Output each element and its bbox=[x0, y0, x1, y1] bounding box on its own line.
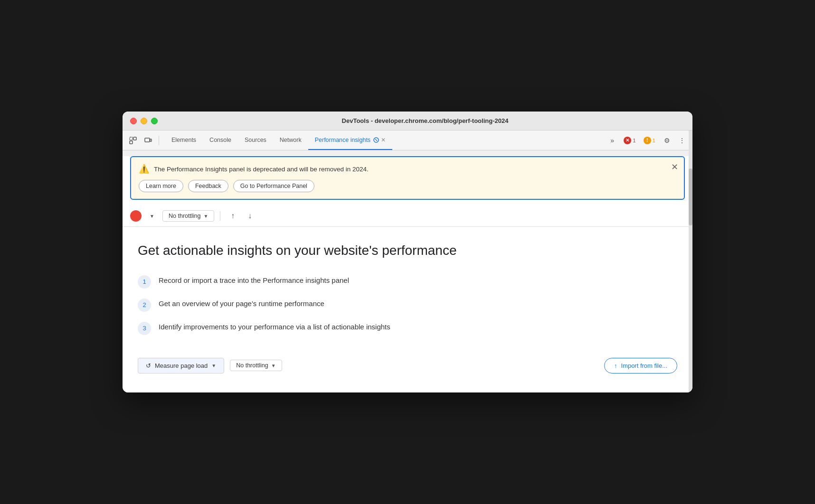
measure-chevron-icon: ▼ bbox=[211, 363, 216, 368]
svg-rect-1 bbox=[133, 137, 136, 140]
main-content: ⚠️ The Performance Insights panel is dep… bbox=[123, 156, 692, 392]
error-badge[interactable]: ✕ 1 bbox=[621, 136, 638, 145]
tab-list: Elements Console Sources Network Perform… bbox=[165, 131, 606, 150]
steps-list: 1 Record or import a trace into the Perf… bbox=[138, 275, 677, 335]
record-dropdown-chevron[interactable]: ▼ bbox=[145, 209, 159, 223]
devtools-body: Elements Console Sources Network Perform… bbox=[123, 131, 692, 392]
error-badge-icon: ✕ bbox=[624, 137, 631, 144]
warning-badge[interactable]: ! 1 bbox=[641, 136, 658, 145]
step-item-2: 2 Get an overview of your page's runtime… bbox=[138, 298, 677, 312]
step-number-3: 3 bbox=[138, 322, 151, 335]
tab-performance-insights[interactable]: Performance insights ✕ bbox=[308, 131, 392, 150]
banner-close-button[interactable]: ✕ bbox=[671, 162, 678, 172]
bottom-toolbar: ↺ Measure page load ▼ No throttling ▼ ↑ … bbox=[138, 358, 677, 373]
title-bar: DevTools - developer.chrome.com/blog/per… bbox=[123, 112, 692, 131]
record-button[interactable] bbox=[130, 210, 142, 222]
step-item-3: 3 Identify improvements to your performa… bbox=[138, 321, 677, 335]
device-toggle-icon[interactable] bbox=[142, 134, 155, 147]
minimize-traffic-light[interactable] bbox=[141, 118, 147, 124]
scrollbar[interactable] bbox=[689, 131, 692, 392]
svg-rect-2 bbox=[130, 141, 133, 144]
recording-toolbar: ▼ No throttling ▼ ↑ ↓ bbox=[123, 205, 692, 227]
banner-message: ⚠️ The Performance Insights panel is dep… bbox=[139, 164, 676, 174]
page-title: Get actionable insights on your website'… bbox=[138, 242, 677, 259]
more-tabs-icon[interactable]: » bbox=[606, 134, 619, 147]
tab-close-icon[interactable]: ✕ bbox=[381, 137, 386, 143]
tab-bar: Elements Console Sources Network Perform… bbox=[123, 131, 692, 150]
svg-rect-0 bbox=[130, 137, 133, 140]
toolbar-divider bbox=[220, 211, 220, 221]
inspector-icon[interactable] bbox=[126, 134, 140, 147]
feedback-button[interactable]: Feedback bbox=[188, 180, 228, 192]
tab-bar-right: » ✕ 1 ! 1 ⚙ ⋮ bbox=[606, 134, 689, 147]
step-text-3: Identify improvements to your performanc… bbox=[159, 321, 390, 333]
maximize-traffic-light[interactable] bbox=[151, 118, 158, 124]
divider bbox=[159, 136, 159, 145]
measure-page-load-button[interactable]: ↺ Measure page load ▼ bbox=[138, 358, 224, 373]
window-title: DevTools - developer.chrome.com/blog/per… bbox=[165, 117, 685, 124]
tab-console[interactable]: Console bbox=[203, 131, 238, 150]
traffic-lights bbox=[130, 118, 158, 124]
import-upload-icon: ↑ bbox=[614, 362, 617, 369]
tab-network[interactable]: Network bbox=[273, 131, 308, 150]
throttling-dropdown[interactable]: No throttling ▼ bbox=[162, 210, 214, 222]
scrollbar-thumb[interactable] bbox=[689, 168, 692, 225]
tab-elements[interactable]: Elements bbox=[165, 131, 203, 150]
settings-icon[interactable]: ⚙ bbox=[660, 134, 673, 147]
svg-rect-4 bbox=[150, 139, 152, 141]
step-text-1: Record or import a trace into the Perfor… bbox=[159, 275, 349, 286]
export-button[interactable]: ↑ bbox=[226, 209, 239, 223]
go-to-performance-panel-button[interactable]: Go to Performance Panel bbox=[233, 180, 314, 192]
svg-line-6 bbox=[375, 139, 377, 141]
throttling-dropdown-2[interactable]: No throttling ▼ bbox=[230, 360, 282, 371]
banner-buttons: Learn more Feedback Go to Performance Pa… bbox=[139, 180, 676, 192]
deprecation-banner: ⚠️ The Performance Insights panel is dep… bbox=[130, 156, 685, 200]
reload-icon: ↺ bbox=[146, 362, 151, 369]
step-item-1: 1 Record or import a trace into the Perf… bbox=[138, 275, 677, 289]
menu-icon[interactable]: ⋮ bbox=[675, 134, 689, 147]
svg-rect-3 bbox=[145, 138, 150, 142]
import-from-file-button[interactable]: ↑ Import from file... bbox=[604, 358, 677, 373]
learn-more-button[interactable]: Learn more bbox=[139, 180, 183, 192]
tab-bar-left-tools bbox=[126, 134, 161, 147]
devtools-window: DevTools - developer.chrome.com/blog/per… bbox=[123, 112, 692, 392]
warning-badge-icon: ! bbox=[644, 137, 651, 144]
step-text-2: Get an overview of your page's runtime p… bbox=[159, 298, 324, 309]
throttling2-chevron-icon: ▼ bbox=[271, 363, 276, 368]
step-number-2: 2 bbox=[138, 299, 151, 312]
warning-triangle-icon: ⚠️ bbox=[139, 164, 149, 174]
tab-sources[interactable]: Sources bbox=[238, 131, 273, 150]
import-button[interactable]: ↓ bbox=[243, 209, 256, 223]
step-number-1: 1 bbox=[138, 275, 151, 289]
content-area: Get actionable insights on your website'… bbox=[123, 227, 692, 392]
throttling-chevron-icon: ▼ bbox=[203, 214, 208, 219]
close-traffic-light[interactable] bbox=[130, 118, 137, 124]
